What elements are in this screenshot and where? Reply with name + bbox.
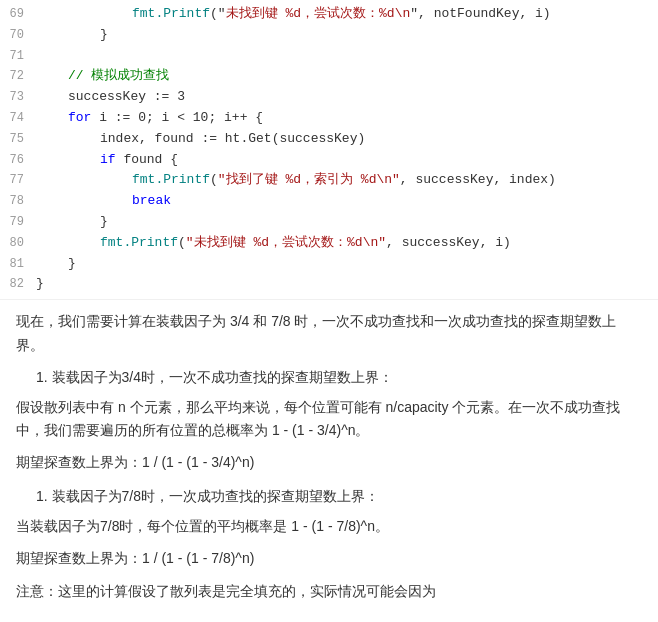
code-line-73: 73 successKey := 3 [0,87,658,108]
line-number: 82 [0,275,36,294]
code-content: index, found := ht.Get(successKey) [36,129,658,150]
code-line-80: 80 fmt.Printf("未找到键 %d，尝试次数：%d\n", succe… [0,233,658,254]
section1-body: 假设散列表中有 n 个元素，那么平均来说，每个位置可能有 n/capacity … [16,396,642,444]
line-number: 69 [0,5,36,24]
code-line-76: 76 if found { [0,150,658,171]
code-content: fmt.Printf("未找到键 %d，尝试次数：%d\n", successK… [36,233,658,254]
note-paragraph: 注意：这里的计算假设了散列表是完全填充的，实际情况可能会因为 [16,580,642,604]
code-content: } [36,25,658,46]
line-number: 70 [0,26,36,45]
main-container: 69 fmt.Printf("未找到键 %d，尝试次数：%d\n", notFo… [0,0,658,622]
line-number: 79 [0,213,36,232]
line-number: 76 [0,151,36,170]
code-content: } [36,254,658,275]
code-content [36,46,658,67]
intro-paragraph: 现在，我们需要计算在装载因子为 3/4 和 7/8 时，一次不成功查找和一次成功… [16,310,642,358]
section2-title: 1. 装载因子为7/8时，一次成功查找的探查期望数上界： [36,485,642,509]
code-content: // 模拟成功查找 [36,66,658,87]
code-content: for i := 0; i < 10; i++ { [36,108,658,129]
code-line-70: 70 } [0,25,658,46]
code-line-75: 75 index, found := ht.Get(successKey) [0,129,658,150]
line-number: 72 [0,67,36,86]
code-line-72: 72 // 模拟成功查找 [0,66,658,87]
line-number: 74 [0,109,36,128]
code-content: fmt.Printf("找到了键 %d，索引为 %d\n", successKe… [36,170,658,191]
line-number: 80 [0,234,36,253]
code-line-69: 69 fmt.Printf("未找到键 %d，尝试次数：%d\n", notFo… [0,4,658,25]
code-content: successKey := 3 [36,87,658,108]
code-line-71: 71 [0,46,658,67]
line-number: 78 [0,192,36,211]
code-content: if found { [36,150,658,171]
section1-formula: 期望探查数上界为：1 / (1 - (1 - 3/4)^n) [16,451,642,475]
code-line-78: 78 break [0,191,658,212]
text-section: 现在，我们需要计算在装载因子为 3/4 和 7/8 时，一次不成功查找和一次成功… [0,300,658,622]
code-content: } [36,274,658,295]
line-number: 77 [0,171,36,190]
code-content: } [36,212,658,233]
code-line-74: 74 for i := 0; i < 10; i++ { [0,108,658,129]
line-number: 75 [0,130,36,149]
code-content: fmt.Printf("未找到键 %d，尝试次数：%d\n", notFound… [36,4,658,25]
code-content: break [36,191,658,212]
line-number: 81 [0,255,36,274]
section2-body: 当装载因子为7/8时，每个位置的平均概率是 1 - (1 - 7/8)^n。 [16,515,642,539]
code-line-82: 82 } [0,274,658,295]
code-line-79: 79 } [0,212,658,233]
code-block: 69 fmt.Printf("未找到键 %d，尝试次数：%d\n", notFo… [0,0,658,300]
line-number: 71 [0,47,36,66]
line-number: 73 [0,88,36,107]
code-line-77: 77 fmt.Printf("找到了键 %d，索引为 %d\n", succes… [0,170,658,191]
section2-formula: 期望探查数上界为：1 / (1 - (1 - 7/8)^n) [16,547,642,571]
code-line-81: 81 } [0,254,658,275]
section1-title: 1. 装载因子为3/4时，一次不成功查找的探查期望数上界： [36,366,642,390]
